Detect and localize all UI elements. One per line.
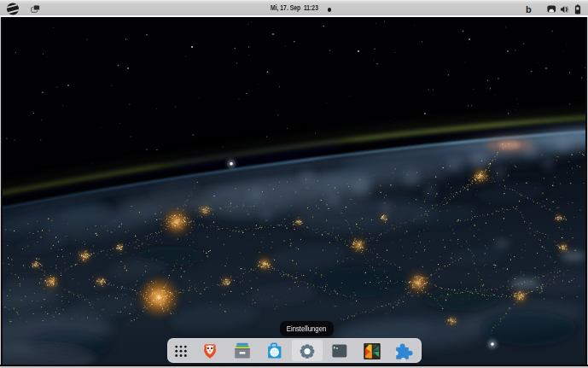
svg-text:b: b xyxy=(526,3,532,14)
